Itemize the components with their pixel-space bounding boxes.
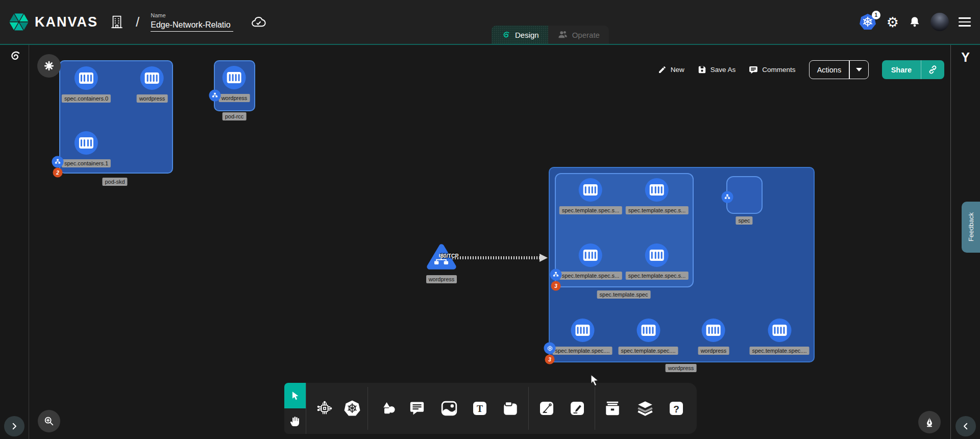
zoom-search-button[interactable] [38, 410, 60, 432]
node-label: spec.containers.0 [62, 94, 111, 103]
scale-flower-button[interactable] [37, 54, 61, 78]
svg-text:?: ? [673, 404, 679, 414]
cursor-arrow-icon [289, 390, 301, 401]
container-node[interactable]: spec.template.spec.... [553, 319, 612, 355]
logo-text: KANVAS [35, 14, 98, 30]
container-node[interactable]: spec.template.spec.... [750, 319, 810, 355]
node-label: wordpress [137, 94, 168, 103]
group-label: wordpress [666, 364, 697, 372]
operate-users-icon [557, 30, 568, 40]
image-tool[interactable] [438, 397, 460, 420]
magnifier-plus-icon [43, 416, 55, 427]
node-label: spec.template.spec.... [750, 347, 810, 355]
layers-tool[interactable] [634, 397, 656, 420]
settings-gear-icon[interactable]: ⚙ [887, 15, 899, 29]
new-button[interactable]: New [658, 65, 684, 74]
feedback-tab[interactable]: Feedback [962, 202, 980, 253]
node-label: spec.template.spec.s... [626, 272, 689, 280]
node-label: spec.template.spec.s... [559, 272, 622, 280]
chip-icon [316, 400, 333, 417]
node-label: wordpress [698, 347, 729, 355]
share-label: Share [882, 66, 921, 74]
shapes-tool[interactable] [377, 397, 400, 420]
svg-text:T: T [477, 404, 483, 414]
container-node[interactable]: spec.template.spec.... [619, 319, 678, 355]
tab-operate[interactable]: Operate [548, 26, 609, 44]
kubernetes-tool[interactable] [341, 397, 363, 420]
tab-design-label: Design [515, 31, 539, 39]
expand-right-panel-button[interactable] [955, 416, 976, 436]
chevron-down-icon[interactable] [850, 68, 868, 71]
service-edge[interactable] [445, 256, 542, 259]
container-icon [223, 66, 246, 89]
pen-tool[interactable] [535, 397, 558, 420]
text-tool[interactable]: T [469, 397, 491, 420]
share-button[interactable]: Share [882, 60, 944, 79]
hierarchy-badge-icon[interactable] [209, 90, 221, 102]
tab-operate-label: Operate [572, 31, 600, 39]
hierarchy-badge-icon[interactable] [722, 191, 733, 203]
save-as-button[interactable]: Save As [698, 65, 736, 74]
ink-pen-button[interactable] [918, 411, 941, 433]
feedback-label: Feedback [967, 212, 975, 241]
pencil-tool[interactable] [566, 397, 589, 420]
user-avatar[interactable] [930, 13, 949, 31]
actions-dropdown-button[interactable]: Actions [809, 60, 869, 79]
sticky-note-icon [502, 400, 519, 417]
container-node[interactable]: spec.template.spec.s... [626, 243, 689, 280]
right-panel-logo[interactable]: Y [961, 50, 970, 65]
issue-count-badge[interactable]: 3 [545, 355, 555, 364]
meshery-swirl-icon[interactable] [7, 49, 21, 65]
expand-left-panel-button[interactable] [4, 416, 24, 436]
kanvas-logo[interactable]: KANVAS [8, 11, 98, 33]
menu-hamburger-icon[interactable] [959, 17, 971, 27]
shapes-icon [380, 400, 397, 417]
issue-count-badge[interactable]: 2 [53, 168, 63, 178]
edge-arrowhead [540, 254, 548, 262]
select-tool[interactable] [284, 383, 306, 408]
container-icon [579, 178, 602, 202]
k8s-count-badge: 1 [872, 11, 880, 19]
node-label: wordpress [426, 275, 457, 283]
dock-toolbar: T [284, 383, 697, 434]
globe-badge-icon[interactable] [544, 343, 556, 354]
container-node[interactable]: spec.containers.0 [62, 66, 111, 103]
design-name-input[interactable] [151, 19, 233, 32]
help-tool[interactable]: ? [665, 397, 688, 420]
group-label: pod-rcc [223, 112, 247, 120]
comment-tool[interactable] [406, 397, 428, 420]
container-node[interactable]: spec.template.spec.s... [626, 178, 689, 214]
comments-label: Comments [762, 66, 795, 74]
comments-button[interactable]: Comments [749, 65, 795, 75]
save-as-label: Save As [710, 66, 736, 74]
pen-nib-icon [924, 417, 935, 428]
components-tool[interactable] [313, 397, 336, 420]
kubernetes-context-button[interactable]: 1 [859, 13, 877, 31]
node-label: spec.template.spec.... [619, 347, 678, 355]
organization-icon[interactable] [109, 14, 125, 30]
saved-designs-tool[interactable] [601, 397, 624, 420]
copy-link-icon[interactable] [921, 65, 944, 75]
hierarchy-badge-icon[interactable] [52, 156, 64, 168]
issue-count-badge[interactable]: 3 [551, 281, 561, 291]
service-node[interactable]: wordpress [426, 243, 457, 283]
container-node[interactable]: spec.template.spec.s... [559, 243, 622, 280]
container-icon [636, 319, 660, 342]
container-icon [579, 243, 602, 267]
container-node[interactable]: wordpress [219, 66, 250, 102]
container-node[interactable]: spec.template.spec.s... [559, 178, 622, 214]
hierarchy-badge-icon[interactable] [550, 269, 562, 281]
container-node[interactable]: spec.containers.1 [62, 131, 111, 167]
left-sidebar [0, 45, 29, 439]
pan-tool[interactable] [284, 408, 306, 434]
tab-design[interactable]: Design [492, 26, 548, 44]
edge-port-label: 80/TCP [440, 253, 459, 259]
container-node[interactable]: wordpress [137, 66, 168, 103]
container-node[interactable]: wordpress [698, 319, 729, 355]
design-canvas[interactable]: New Save As Comments Actions [29, 45, 950, 439]
kanvas-hexagon-icon [8, 11, 30, 33]
design-swirl-icon [501, 30, 510, 40]
note-tool[interactable] [499, 397, 522, 420]
chevron-right-icon [10, 422, 19, 431]
notifications-bell-icon[interactable] [909, 16, 921, 28]
